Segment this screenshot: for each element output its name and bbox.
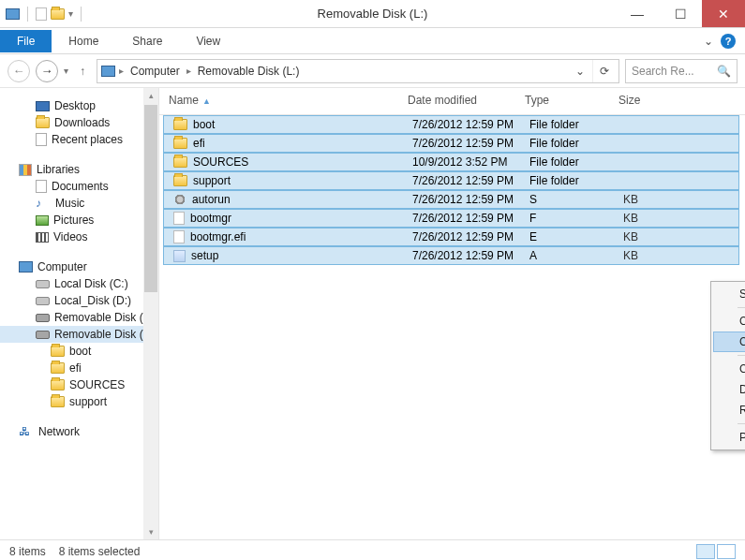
disk-icon	[36, 280, 50, 288]
file-row[interactable]: boot7/26/2012 12:59 PMFile folder	[163, 115, 739, 134]
menu-item-delete[interactable]: Delete	[713, 379, 745, 400]
up-button[interactable]: ↑	[74, 65, 91, 78]
file-name: SOURCES	[193, 155, 248, 169]
menu-item-properties[interactable]: Properties	[713, 427, 745, 448]
header-type[interactable]: Type	[525, 94, 618, 107]
file-type: E	[529, 230, 623, 243]
nav-localdisk-d[interactable]: Local_Disk (D:)	[0, 292, 158, 309]
file-name: bootmgr.efi	[190, 230, 246, 243]
file-row[interactable]: efi7/26/2012 12:59 PMFile folder	[163, 134, 739, 153]
file-size: KB	[623, 212, 738, 225]
folder-icon	[36, 117, 50, 128]
details-view-button[interactable]	[696, 544, 715, 559]
header-date[interactable]: Date modified	[408, 94, 525, 107]
nav-videos[interactable]: Videos	[0, 228, 158, 245]
refresh-icon[interactable]: ⟳	[592, 60, 615, 82]
nav-removable-1[interactable]: Removable Disk (	[0, 309, 158, 326]
location-icon	[101, 66, 115, 77]
nav-documents[interactable]: Documents	[0, 178, 158, 195]
folder-icon	[51, 346, 65, 357]
close-button[interactable]: ✕	[702, 0, 745, 27]
nav-scrollbar[interactable]: ▴ ▾	[143, 88, 158, 539]
nav-computer[interactable]: Computer	[0, 258, 158, 275]
recent-locations-icon[interactable]: ▾	[64, 66, 68, 76]
file-row[interactable]: SOURCES10/9/2012 3:52 PMFile folder	[163, 153, 739, 171]
breadcrumb-computer[interactable]: Computer	[127, 65, 183, 78]
nav-downloads[interactable]: Downloads	[0, 114, 158, 131]
recent-icon	[36, 133, 47, 146]
expand-ribbon-icon[interactable]: ⌄	[696, 35, 721, 48]
minimize-button[interactable]: —	[616, 0, 659, 27]
menu-item-send-to[interactable]: Send to▶	[713, 284, 745, 304]
search-input[interactable]: Search Re... 🔍	[625, 59, 738, 83]
column-headers: Name▲ Date modified Type Size	[159, 88, 745, 115]
file-row[interactable]: autorun7/26/2012 12:59 PMSKB	[163, 190, 739, 209]
desktop-icon	[36, 101, 50, 111]
history-dropdown-icon[interactable]: ⌄	[572, 65, 589, 78]
scroll-up-icon[interactable]: ▴	[143, 88, 158, 103]
maximize-button[interactable]: ☐	[659, 0, 702, 27]
file-date: 7/26/2012 12:59 PM	[412, 137, 529, 150]
quick-access-toolbar: ▾	[0, 7, 85, 22]
chevron-right-icon[interactable]: ▸	[186, 66, 191, 76]
chevron-right-icon[interactable]: ▸	[119, 66, 124, 76]
nav-network[interactable]: 🖧Network	[0, 423, 158, 440]
status-bar: 8 items 8 items selected	[0, 539, 745, 560]
nav-localdisk-c[interactable]: Local Disk (C:)	[0, 275, 158, 292]
menu-item-cut[interactable]: Cut	[713, 311, 745, 332]
menu-item-copy[interactable]: Copy	[713, 332, 745, 352]
search-icon: 🔍	[717, 65, 731, 78]
header-name[interactable]: Name▲	[169, 94, 408, 107]
nav-recent[interactable]: Recent places	[0, 131, 158, 148]
properties-qat-icon[interactable]	[36, 7, 47, 21]
videos-icon	[36, 232, 49, 243]
scroll-down-icon[interactable]: ▾	[143, 524, 158, 539]
file-type: File folder	[529, 137, 623, 150]
status-selected-count: 8 items selected	[59, 545, 141, 558]
usb-icon	[36, 331, 50, 339]
nav-folder-support[interactable]: support	[0, 393, 158, 410]
file-tab[interactable]: File	[0, 30, 52, 52]
folder-icon	[173, 175, 187, 186]
network-icon: 🖧	[19, 425, 34, 438]
header-size[interactable]: Size	[618, 94, 745, 107]
help-icon[interactable]: ?	[721, 34, 736, 49]
menu-item-rename[interactable]: Rename	[713, 400, 745, 420]
tab-view[interactable]: View	[179, 30, 237, 52]
back-button[interactable]: ←	[7, 60, 30, 82]
file-row[interactable]: bootmgr.efi7/26/2012 12:59 PMEKB	[163, 228, 739, 246]
disk-icon	[36, 297, 50, 305]
qat-dropdown-icon[interactable]: ▾	[68, 8, 73, 19]
icons-view-button[interactable]	[717, 544, 736, 559]
nav-libraries[interactable]: Libraries	[0, 161, 158, 178]
nav-folder-sources[interactable]: SOURCES	[0, 376, 158, 393]
nav-music[interactable]: ♪Music	[0, 195, 158, 212]
forward-button[interactable]: →	[36, 60, 58, 82]
nav-folder-boot[interactable]: boot	[0, 343, 158, 360]
file-row[interactable]: bootmgr7/26/2012 12:59 PMFKB	[163, 209, 739, 228]
file-name: support	[193, 174, 231, 187]
navigation-pane: Desktop Downloads Recent places Librarie…	[0, 88, 159, 539]
file-name: efi	[193, 137, 205, 150]
breadcrumb-disk[interactable]: Removable Disk (L:)	[195, 65, 303, 78]
file-type: A	[529, 249, 623, 262]
folder-icon	[51, 362, 65, 374]
nav-desktop[interactable]: Desktop	[0, 97, 158, 114]
title-bar: ▾ Removable Disk (L:) — ☐ ✕	[0, 0, 745, 28]
file-name: setup	[191, 249, 218, 262]
tab-home[interactable]: Home	[52, 30, 115, 52]
menu-item-create-shortcut[interactable]: Create shortcut	[713, 359, 745, 379]
address-bar[interactable]: ▸ Computer ▸ Removable Disk (L:) ⌄ ⟳	[97, 59, 619, 83]
nav-removable-l[interactable]: Removable Disk (	[0, 326, 158, 343]
nav-pictures[interactable]: Pictures	[0, 212, 158, 228]
new-folder-qat-icon[interactable]	[51, 8, 65, 20]
file-date: 7/26/2012 12:59 PM	[412, 118, 529, 131]
file-row[interactable]: setup7/26/2012 12:59 PMAKB	[163, 246, 739, 265]
app-icon	[173, 250, 186, 262]
file-size: KB	[623, 230, 738, 243]
nav-folder-efi[interactable]: efi	[0, 360, 158, 376]
scrollbar-thumb[interactable]	[144, 105, 157, 292]
tab-share[interactable]: Share	[115, 30, 179, 52]
file-row[interactable]: support7/26/2012 12:59 PMFile folder	[163, 171, 739, 190]
file-date: 7/26/2012 12:59 PM	[412, 212, 529, 225]
